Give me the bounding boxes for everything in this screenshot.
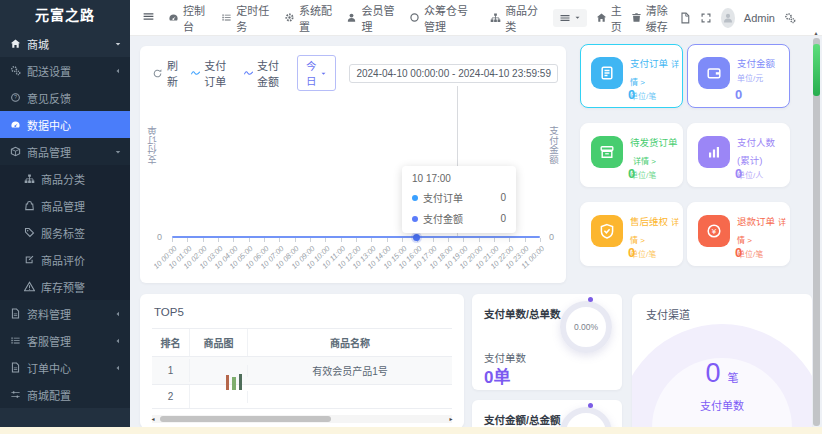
- clear-cache-button[interactable]: 清除缓存: [631, 2, 671, 34]
- stat-value: 0: [581, 245, 682, 260]
- caret-left-icon: [114, 364, 122, 372]
- nav-tab-控制台[interactable]: 控制台: [168, 2, 208, 34]
- fullscreen-icon[interactable]: [700, 12, 712, 24]
- rank-cell: 2: [152, 385, 190, 408]
- pay-channel-card: 支付渠道 0笔 支付单数: [632, 294, 812, 434]
- scroll-up-arrow[interactable]: ▲: [812, 30, 820, 37]
- doc-icon: [599, 65, 615, 81]
- vertical-scrollbar[interactable]: [813, 38, 820, 426]
- sidebar-item-商城[interactable]: 商城: [0, 30, 130, 57]
- stat-card-售后维权[interactable]: 售后维权详情 > 单位/笔 0: [580, 202, 683, 266]
- chart-toolbar: 刷新 支付订单 支付金额 今日 2024-04-10 00:00:00 - 20…: [140, 46, 566, 91]
- chevron-down-icon: [574, 14, 581, 21]
- tooltip-title: 10 17:00: [412, 173, 506, 184]
- user-icon: [346, 12, 357, 23]
- product-name-cell: [248, 391, 452, 403]
- sidebar-item-意见反馈[interactable]: 意见反馈: [0, 84, 130, 111]
- sidebar-item-商品管理[interactable]: 商品管理: [0, 138, 130, 165]
- archive-icon: [599, 144, 615, 160]
- sidebar: 元富之路 商城 配送设置 意见反馈 数据中心 商品管理 商品分类 商品管理 服务…: [0, 0, 130, 434]
- circle-icon: [409, 12, 420, 23]
- horizontal-scrollbar[interactable]: ◂ ▸: [152, 415, 452, 423]
- vertical-scrollbar-thumb[interactable]: [813, 44, 820, 96]
- username[interactable]: Admin: [744, 12, 775, 24]
- navbar-right: 主页 清除缓存 Admin: [553, 2, 796, 34]
- topbar: 控制台 定时任务 系统配置 会员管理 众筹仓号管理 商品分类 主页 清除缓存: [130, 0, 822, 36]
- sliders-icon: [10, 389, 21, 400]
- tooltip-row: 支付订单0: [412, 190, 506, 205]
- sidebar-toggle-button[interactable]: [142, 10, 155, 25]
- chart-bars-icon: [706, 144, 722, 160]
- list-icon: [221, 12, 232, 23]
- question-icon: [10, 92, 21, 103]
- main-area: 控制台 定时任务 系统配置 会员管理 众筹仓号管理 商品分类 主页 清除缓存: [130, 0, 822, 434]
- table-row[interactable]: 2: [152, 385, 452, 409]
- sidebar-item-配送设置[interactable]: 配送设置: [0, 57, 130, 84]
- channel-value: 0: [705, 358, 720, 388]
- stat-card-待发货订单[interactable]: 待发货订单详情 > 单位/笔 0: [580, 123, 683, 187]
- stat-card-支付订单[interactable]: 支付订单详情 > 单位/笔 0: [580, 44, 683, 108]
- stat-card-支付人数(累计)[interactable]: 支付人数(累计) 单位/人 0: [687, 123, 790, 187]
- sidebar-item-资料管理[interactable]: 资料管理: [0, 300, 130, 327]
- sidebar-item-商品评价[interactable]: 商品评价: [0, 246, 130, 273]
- nav-tab-定时任务[interactable]: 定时任务: [221, 2, 271, 34]
- chart-highlight-dot: [413, 234, 420, 241]
- horizontal-scrollbar-thumb[interactable]: [160, 416, 331, 422]
- series-dot-icon: [412, 216, 418, 222]
- home-label: 主页: [611, 2, 622, 34]
- legend-item-支付订单[interactable]: 支付订单: [191, 57, 231, 89]
- detail-link[interactable]: 详情 >: [630, 218, 679, 245]
- edit-icon: [24, 254, 35, 265]
- sidebar-item-商城配置[interactable]: 商城配置: [0, 381, 130, 408]
- sidebar-item-客服管理[interactable]: 客服管理: [0, 327, 130, 354]
- list-icon: [10, 335, 21, 346]
- caret-left-icon: [114, 310, 122, 318]
- stat-card-退款订单[interactable]: 退款订单详情 > 单位/笔 0: [687, 202, 790, 266]
- stat-value: 0: [581, 166, 682, 181]
- sidebar-item-商品管理[interactable]: 商品管理: [0, 192, 130, 219]
- sidebar-item-数据中心[interactable]: 数据中心: [0, 111, 130, 138]
- y-axis-right-zero: 0: [549, 232, 554, 242]
- detail-link[interactable]: 详情 >: [737, 218, 786, 245]
- table-header-row: 排名商品图商品名称: [152, 328, 452, 357]
- y-axis-right-label: 支付金额: [546, 126, 560, 164]
- refresh-button[interactable]: 刷新: [152, 57, 178, 89]
- nav-tab-会员管理[interactable]: 会员管理: [346, 2, 396, 34]
- menu-dropdown-button[interactable]: [553, 9, 587, 27]
- product-image-cell: [190, 365, 248, 377]
- ratio-card-title: 支付单数/总单数: [484, 306, 560, 321]
- user-icon: [722, 12, 734, 24]
- pay-count-ratio-card: 支付单数/总单数 0.00% 支付单数 0单: [472, 294, 622, 390]
- tooltip-rows: 支付订单0 支付金额0: [412, 190, 506, 226]
- chart-legend: 支付订单 支付金额: [191, 57, 284, 89]
- tooltip-row: 支付金额0: [412, 211, 506, 226]
- detail-link[interactable]: 详情 >: [633, 157, 656, 166]
- scroll-left-arrow[interactable]: ◂: [149, 415, 157, 423]
- line-series-icon: [244, 68, 253, 78]
- scroll-right-arrow[interactable]: ▸: [447, 415, 455, 423]
- nav-tab-众筹仓号管理[interactable]: 众筹仓号管理: [409, 2, 477, 34]
- ratio-donut-gauge: 0.00%: [560, 301, 612, 353]
- stat-card-支付金额[interactable]: 支付金额 单位/元 0: [687, 44, 790, 108]
- sidebar-item-商品分类[interactable]: 商品分类: [0, 165, 130, 192]
- column-header: 排名: [152, 329, 190, 356]
- tag-icon: [24, 227, 35, 238]
- sidebar-item-服务标签[interactable]: 服务标签: [0, 219, 130, 246]
- lock-page-icon[interactable]: [679, 12, 691, 24]
- detail-link[interactable]: 详情 >: [630, 60, 679, 87]
- sidebar-item-订单中心[interactable]: 订单中心: [0, 354, 130, 381]
- settings-gears-icon[interactable]: [784, 12, 796, 24]
- legend-item-支付金额[interactable]: 支付金额: [244, 57, 284, 89]
- date-range-input[interactable]: 2024-04-10 00:00:00 - 2024-04-10 23:59:5…: [349, 64, 558, 83]
- ratio-value: 0单: [484, 363, 510, 388]
- table-row[interactable]: 1 有效会员产品1号: [152, 357, 452, 385]
- rank-cell: 1: [152, 359, 190, 382]
- home-link[interactable]: 主页: [596, 2, 622, 34]
- bottom-strip: [0, 427, 822, 434]
- avatar[interactable]: [721, 8, 734, 28]
- gauge-marker-dot: [588, 403, 593, 408]
- column-header: 商品图: [190, 329, 248, 356]
- sidebar-item-库存预警[interactable]: 库存预警: [0, 273, 130, 300]
- nav-tab-系统配置[interactable]: 系统配置: [284, 2, 334, 34]
- nav-tab-商品分类[interactable]: 商品分类: [490, 2, 540, 34]
